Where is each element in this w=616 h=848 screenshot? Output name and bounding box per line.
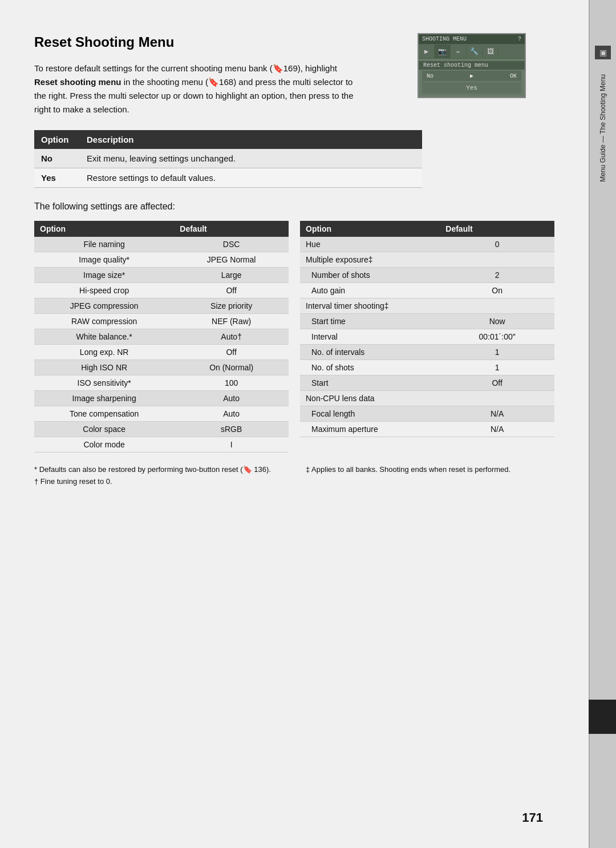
settings-option-cell: Image quality* xyxy=(34,252,174,268)
page-container: SHOOTING MENU ? ▶ 📷 ✏ 🔧 🖼 Reset shooting… xyxy=(0,0,616,848)
table-row: RAW compressionNEF (Raw) xyxy=(34,314,289,329)
settings-default-cell: N/A xyxy=(440,406,554,422)
footnote-left: * Defaults can also be restored by perfo… xyxy=(34,464,283,488)
sidebar-text-line1: Menu Guide xyxy=(599,144,607,181)
footnote-left-line2: † Fine tuning reset to 0. xyxy=(34,476,283,488)
settings-option-cell: White balance.* xyxy=(34,329,174,345)
settings-default-cell: DSC xyxy=(174,237,289,252)
screen-body: Reset shooting menu No ▶ OK Yes xyxy=(419,59,525,97)
settings-option-cell: Non-CPU lens data xyxy=(300,391,440,406)
right-header-default: Default xyxy=(440,221,554,237)
settings-option-cell: Start xyxy=(300,375,440,391)
table-row: Number of shots2 xyxy=(300,268,554,283)
screen-menu-item: Reset shooting menu xyxy=(419,61,525,70)
table-row: Tone compensationAuto xyxy=(34,406,289,422)
screen-icon-play: ▶ xyxy=(419,45,435,58)
sidebar-vertical-text: Menu Guide — The Shooting Menu xyxy=(598,74,608,182)
left-header-option: Option xyxy=(34,221,174,237)
settings-default-cell: 2 xyxy=(440,268,554,283)
footnote-left-line1: * Defaults can also be restored by perfo… xyxy=(34,464,283,476)
table-header-option: Option xyxy=(34,130,80,149)
settings-option-cell: No. of intervals xyxy=(300,345,440,360)
footnote-right: ‡ Applies to all banks. Shooting ends wh… xyxy=(306,464,554,488)
settings-default-cell: Off xyxy=(174,345,289,360)
settings-option-cell: Tone compensation xyxy=(34,406,174,422)
screen-arrow: ▶ xyxy=(470,72,473,79)
settings-default-cell: 1 xyxy=(440,345,554,360)
settings-option-cell: Interval xyxy=(300,329,440,345)
table-row: Long exp. NROff xyxy=(34,345,289,360)
right-sidebar: ▣ Menu Guide — The Shooting Menu xyxy=(589,0,616,848)
intro-paragraph: To restore default settings for the curr… xyxy=(34,62,354,116)
settings-default-cell: On xyxy=(440,283,554,298)
settings-tables-container: Option Default File namingDSCImage quali… xyxy=(34,221,554,453)
settings-option-cell: RAW compression xyxy=(34,314,174,329)
sidebar-text-separator: — xyxy=(599,136,607,143)
settings-option-cell: Focal length xyxy=(300,406,440,422)
screen-icon-retouch: 🖼 xyxy=(483,45,499,58)
screen-title-bar: SHOOTING MENU ? xyxy=(419,34,525,45)
screen-no-label: No xyxy=(427,73,433,79)
settings-option-cell: Color space xyxy=(34,422,174,437)
sidebar-camera-icon: ▣ xyxy=(595,46,611,59)
section-subtitle: The following settings are affected: xyxy=(34,201,554,212)
table-row: Interval00:01´:00″ xyxy=(300,329,554,345)
table-row: White balance.*Auto† xyxy=(34,329,289,345)
ref-icon-1: 🔖 xyxy=(273,63,283,73)
table-row: Image sharpeningAuto xyxy=(34,391,289,406)
table-row: Non-CPU lens data xyxy=(300,391,554,406)
settings-option-cell: ISO sensitivity* xyxy=(34,375,174,391)
settings-default-cell: 1 xyxy=(440,360,554,375)
settings-option-cell: Interval timer shooting‡ xyxy=(300,298,440,314)
settings-option-cell: No. of shots xyxy=(300,360,440,375)
table-row: No Exit menu, leaving settings unchanged… xyxy=(34,149,422,168)
settings-default-cell: 00:01´:00″ xyxy=(440,329,554,345)
settings-table-left-container: Option Default File namingDSCImage quali… xyxy=(34,221,289,453)
settings-default-cell xyxy=(440,298,554,314)
sidebar-black-tab xyxy=(589,700,616,734)
settings-option-cell: Image size* xyxy=(34,268,174,283)
description-no: Exit menu, leaving settings unchanged. xyxy=(80,149,422,168)
page-number: 171 xyxy=(522,810,543,825)
settings-option-cell: Start time xyxy=(300,314,440,329)
settings-default-cell: JPEG Normal xyxy=(174,252,289,268)
settings-default-cell: NEF (Raw) xyxy=(174,314,289,329)
table-row: Multiple exposure‡ xyxy=(300,252,554,268)
settings-default-cell: Auto† xyxy=(174,329,289,345)
table-row: Hi-speed cropOff xyxy=(34,283,289,298)
table-row: File namingDSC xyxy=(34,237,289,252)
left-header-default: Default xyxy=(174,221,289,237)
screen-icon-pencil: ✏ xyxy=(451,45,467,58)
table-row: No. of shots1 xyxy=(300,360,554,375)
settings-default-cell: Off xyxy=(174,283,289,298)
settings-default-cell: Large xyxy=(174,268,289,283)
settings-default-cell: Off xyxy=(440,375,554,391)
table-row: JPEG compressionSize priority xyxy=(34,298,289,314)
settings-default-cell: Size priority xyxy=(174,298,289,314)
settings-default-cell: Auto xyxy=(174,406,289,422)
table-row: Auto gainOn xyxy=(300,283,554,298)
settings-option-cell: Multiple exposure‡ xyxy=(300,252,440,268)
description-yes: Restore settings to default values. xyxy=(80,168,422,188)
settings-option-cell: Hue xyxy=(300,237,440,252)
ref-icon-2: 🔖 xyxy=(208,77,219,87)
table-row: Yes Restore settings to default values. xyxy=(34,168,422,188)
settings-table-left: Option Default File namingDSCImage quali… xyxy=(34,221,289,453)
ref-icon-3: 🔖 xyxy=(243,465,252,474)
option-description-table: Option Description No Exit menu, leaving… xyxy=(34,130,422,188)
settings-table-right: Option Default Hue0Multiple exposure‡Num… xyxy=(300,221,554,437)
screen-icon-wrench: 🔧 xyxy=(467,45,483,58)
settings-default-cell: sRGB xyxy=(174,422,289,437)
settings-default-cell xyxy=(440,391,554,406)
screen-help-icon: ? xyxy=(518,36,521,42)
table-row: Image quality*JPEG Normal xyxy=(34,252,289,268)
settings-option-cell: Image sharpening xyxy=(34,391,174,406)
settings-default-cell: Now xyxy=(440,314,554,329)
table-row: Image size*Large xyxy=(34,268,289,283)
settings-option-cell: File naming xyxy=(34,237,174,252)
camera-screen-mock: SHOOTING MENU ? ▶ 📷 ✏ 🔧 🖼 Reset shooting… xyxy=(418,33,526,98)
camera-icon-symbol: ▣ xyxy=(599,48,607,57)
intro-text-1: To restore default settings for the curr… xyxy=(34,63,273,73)
table-row: StartOff xyxy=(300,375,554,391)
table-row: Hue0 xyxy=(300,237,554,252)
